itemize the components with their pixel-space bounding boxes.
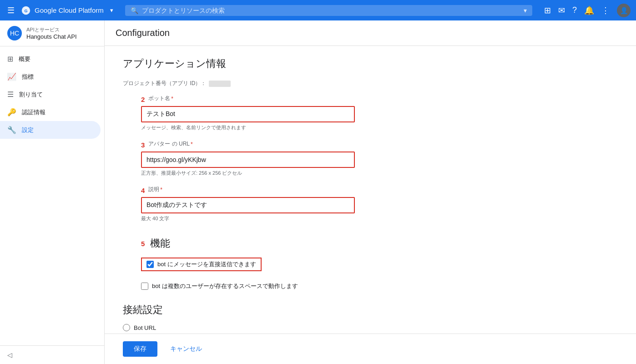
sidebar-item-metrics[interactable]: 📈 指標 xyxy=(0,68,101,86)
sidebar-api-title: Hangouts Chat API xyxy=(26,33,77,40)
avatar-url-input[interactable] xyxy=(141,152,355,168)
app-info-title: アプリケーション情報 xyxy=(123,57,450,71)
sidebar-item-overview[interactable]: ⊞ 概要 xyxy=(0,50,101,68)
page-title: Configuration xyxy=(116,28,625,38)
bot-name-label: ボット名 * xyxy=(148,95,173,102)
nav-search-bar[interactable]: 🔍 ▾ xyxy=(125,5,532,16)
metrics-icon: 📈 xyxy=(7,72,16,81)
avatar[interactable]: 👤 xyxy=(617,4,631,17)
quota-icon: ☰ xyxy=(7,90,14,99)
sidebar-item-credentials[interactable]: 🔑 認証情報 xyxy=(0,103,101,121)
radio-bot-url: Bot URL xyxy=(123,324,450,331)
content-header: Configuration xyxy=(105,20,636,46)
sidebar-settings-label: 設定 xyxy=(22,126,34,134)
sidebar-api-label: APIとサービス xyxy=(26,26,77,33)
help-icon[interactable]: ? xyxy=(572,5,577,15)
bot-name-input[interactable] xyxy=(141,106,355,122)
description-field: 4 説明 * 最大 40 文字 xyxy=(141,186,450,222)
sidebar-item-quota[interactable]: ☰ 割り当て xyxy=(0,86,101,103)
features-section: 5 機能 bot にメッセージを直接送信できます bot は複数のユーザーが存在… xyxy=(141,237,450,292)
save-button[interactable]: 保存 xyxy=(123,341,157,357)
sidebar-credentials-label: 認証情報 xyxy=(22,108,45,116)
bell-icon[interactable]: 🔔 xyxy=(584,5,594,15)
nav-project-selector[interactable]: ▾ xyxy=(110,7,113,14)
description-hint: 最大 40 文字 xyxy=(141,215,450,222)
field-num-4: 4 xyxy=(141,187,145,194)
avatar-url-label: アバター の URL * xyxy=(148,140,192,148)
main-content: Configuration アプリケーション情報 プロジェクト番号（アプリ ID… xyxy=(105,20,636,364)
search-icon: 🔍 xyxy=(131,7,138,14)
avatar-url-field: 3 アバター の URL * 正方形、推奨最小サイズ: 256 x 256 ピク… xyxy=(141,140,450,177)
api-icon: HC xyxy=(7,26,22,40)
cancel-button[interactable]: キャンセル xyxy=(163,341,209,357)
settings-icon: 🔧 xyxy=(7,126,16,134)
bot-name-field: 2 ボット名 * メッセージ、検索、名前リンクで使用されます xyxy=(141,95,450,131)
field-num-3: 3 xyxy=(141,141,145,149)
sidebar-overview-label: 概要 xyxy=(19,55,30,63)
sidebar-header: HC APIとサービス Hangouts Chat API xyxy=(0,20,104,46)
footer-buttons: 保存 キャンセル xyxy=(105,334,636,364)
sidebar-quota-label: 割り当て xyxy=(19,91,43,99)
search-input[interactable] xyxy=(142,7,520,14)
direct-message-label[interactable]: bot にメッセージを直接送信できます xyxy=(157,260,256,268)
sidebar-header-text: APIとサービス Hangouts Chat API xyxy=(26,26,77,40)
key-icon: 🔑 xyxy=(7,108,16,116)
overview-icon: ⊞ xyxy=(7,55,13,63)
grid-icon[interactable]: ⊞ xyxy=(544,5,551,15)
multi-user-label[interactable]: bot は複数のユーザーが存在するスペースで動作します xyxy=(152,282,298,290)
svg-text:G: G xyxy=(24,8,27,13)
search-dropdown-icon: ▾ xyxy=(524,7,527,14)
nav-logo: G Google Cloud Platform xyxy=(21,5,104,15)
top-nav: ☰ G Google Cloud Platform ▾ 🔍 ▾ ⊞ ✉ ? 🔔 … xyxy=(0,0,636,20)
direct-message-checkbox[interactable] xyxy=(146,261,154,268)
project-number-label: プロジェクト番号（アプリ ID）： xyxy=(123,80,206,87)
menu-icon[interactable]: ☰ xyxy=(5,4,16,17)
nav-logo-text: Google Cloud Platform xyxy=(35,6,104,14)
avatar-url-hint: 正方形、推奨最小サイズ: 256 x 256 ピクセル xyxy=(141,170,450,177)
nav-icons: ⊞ ✉ ? 🔔 ⋮ 👤 xyxy=(544,4,631,17)
features-title: 機能 xyxy=(150,237,170,250)
radio-bot-url-label[interactable]: Bot URL xyxy=(134,324,156,331)
project-number-value xyxy=(209,81,231,87)
description-label: 説明 * xyxy=(148,186,162,193)
radio-bot-url-input[interactable] xyxy=(123,324,130,331)
project-number-row: プロジェクト番号（アプリ ID）： xyxy=(123,80,450,87)
layout: HC APIとサービス Hangouts Chat API ⊞ 概要 📈 指標 … xyxy=(0,20,636,364)
gcp-logo-icon: G xyxy=(21,5,31,15)
connection-title: 接続設定 xyxy=(123,303,450,317)
field-num-2: 2 xyxy=(141,96,145,103)
sidebar-item-settings[interactable]: 🔧 設定 xyxy=(0,121,101,139)
content-body: アプリケーション情報 プロジェクト番号（アプリ ID）： 2 ボット名 * メッ… xyxy=(105,46,469,364)
multi-user-checkbox[interactable] xyxy=(141,283,148,290)
description-input[interactable] xyxy=(141,197,355,213)
sidebar: HC APIとサービス Hangouts Chat API ⊞ 概要 📈 指標 … xyxy=(0,20,105,364)
bot-name-hint: メッセージ、検索、名前リンクで使用されます xyxy=(141,124,450,131)
features-num: 5 xyxy=(141,240,145,248)
sidebar-collapse-button[interactable]: ◁ xyxy=(0,345,104,364)
sidebar-metrics-label: 指標 xyxy=(22,73,34,81)
mail-icon[interactable]: ✉ xyxy=(558,5,565,15)
sidebar-nav: ⊞ 概要 📈 指標 ☰ 割り当て 🔑 認証情報 🔧 設定 xyxy=(0,46,104,345)
more-icon[interactable]: ⋮ xyxy=(601,5,610,15)
direct-message-checkbox-row: bot にメッセージを直接送信できます xyxy=(141,258,262,271)
multi-user-checkbox-row: bot は複数のユーザーが存在するスペースで動作します xyxy=(141,280,450,292)
nav-project-name: ▾ xyxy=(110,7,113,14)
